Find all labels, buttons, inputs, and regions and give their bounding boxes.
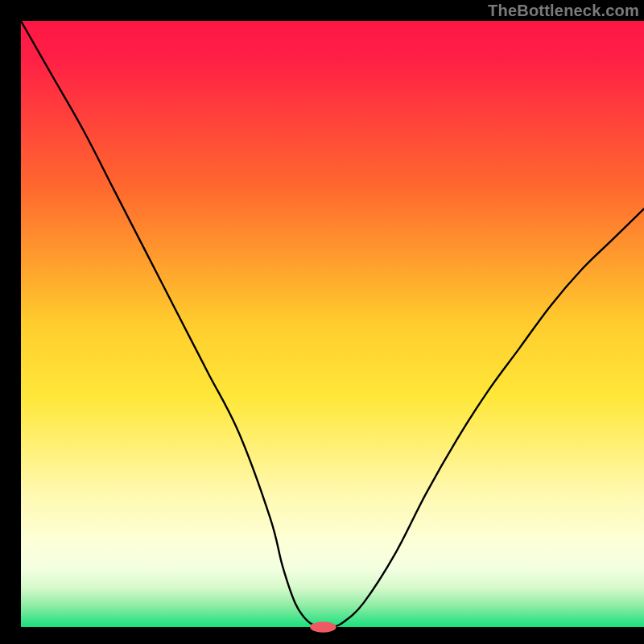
- plot-background: [21, 21, 644, 627]
- bottleneck-chart: [0, 0, 644, 644]
- optimum-marker: [310, 621, 336, 633]
- watermark-text: TheBottleneck.com: [488, 2, 639, 20]
- chart-container: { "watermark": "TheBottleneck.com", "col…: [0, 0, 644, 644]
